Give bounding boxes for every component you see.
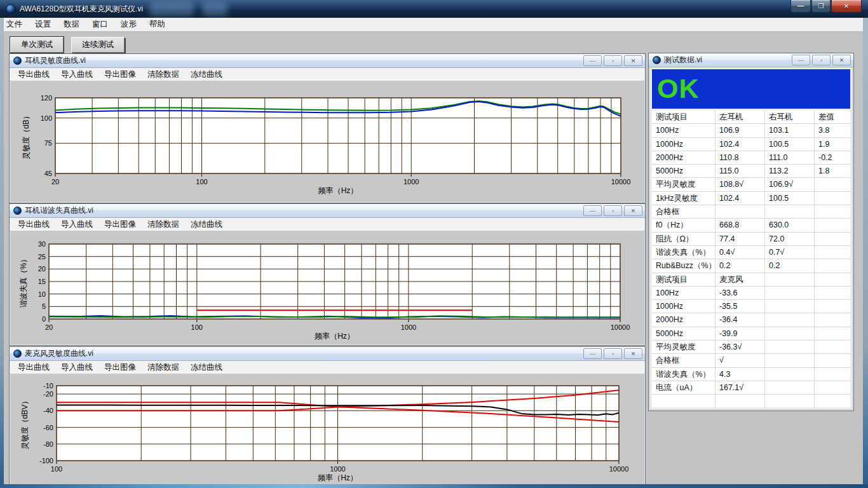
cell: [715, 395, 765, 407]
vi-titlebar[interactable]: 测试数据.vi — ▫ ✕: [649, 53, 853, 67]
minimize-button[interactable]: —: [790, 0, 811, 13]
cell: [815, 192, 850, 205]
cell: -33.6: [715, 287, 765, 299]
window-border-bottom: [0, 484, 868, 488]
continuous-test-button[interactable]: 连续测试: [71, 37, 125, 53]
chart-menu-item-4[interactable]: 冻结曲线: [185, 218, 228, 231]
cell: 阻抗（Ω）: [652, 233, 715, 245]
chart-menubar: 导出曲线导入曲线导出图像清除数据冻结曲线: [10, 68, 645, 81]
cell: [815, 300, 850, 313]
menu-item-3[interactable]: 窗口: [86, 18, 114, 31]
restore-button[interactable]: ▫: [604, 348, 622, 359]
svg-text:100: 100: [51, 465, 62, 473]
close-icon: ✕: [844, 3, 849, 10]
cell: [815, 205, 850, 218]
menu-item-0[interactable]: 文件: [0, 18, 29, 31]
cell: 1.8: [815, 165, 850, 177]
restore-button[interactable]: ▫: [604, 55, 622, 66]
chart-menu-item-3[interactable]: 清除数据: [142, 218, 185, 231]
restore-button[interactable]: ▫: [812, 55, 831, 65]
chart-menu-item-0[interactable]: 导出曲线: [12, 68, 55, 81]
headphone-distortion-chart: 20100100010000302520151050频率（Hz）谐波失真（%）: [10, 231, 644, 346]
svg-text:100: 100: [196, 178, 207, 186]
cell: [815, 313, 850, 326]
window-titlebar: AWA6128D型双耳机麦克风测试仪.vi — ❐ ✕: [0, 0, 868, 18]
test-data-body: OK 测试项目左耳机右耳机差值100Hz106.9103.13.81000Hz1…: [650, 67, 852, 409]
vi-window-title: 耳机灵敏度曲线.vi: [25, 55, 86, 66]
vi-icon: [13, 349, 22, 358]
chart-menu-item-1[interactable]: 导入曲线: [55, 361, 98, 374]
chart-menubar: 导出曲线导入曲线导出图像清除数据冻结曲线: [10, 361, 645, 374]
vi-window-title: 耳机谐波失真曲线.vi: [25, 205, 93, 216]
chart-menu-item-2[interactable]: 导出图像: [98, 218, 142, 231]
svg-text:10000: 10000: [611, 178, 631, 186]
table-row-18: 谐波失真（%）4.3: [652, 368, 850, 381]
cell: [815, 341, 850, 353]
cell: 115.0: [715, 165, 765, 177]
restore-button[interactable]: ▫: [604, 205, 622, 216]
svg-text:频率（Hz）: 频率（Hz）: [317, 473, 358, 482]
chart-menu-item-0[interactable]: 导出曲线: [12, 218, 55, 231]
close-button[interactable]: ✕: [832, 55, 851, 65]
cell: 电流（uA）: [652, 381, 715, 394]
menu-item-2[interactable]: 数据: [57, 18, 86, 31]
header-cell: 右耳机: [765, 111, 815, 123]
chart-menu-item-4[interactable]: 冻结曲线: [185, 68, 228, 81]
menu-item-4[interactable]: 波形: [114, 18, 143, 31]
close-button[interactable]: ✕: [624, 348, 642, 359]
vi-titlebar[interactable]: 耳机灵敏度曲线.vi — ▫ ✕: [10, 54, 645, 68]
cell: 72.0: [765, 233, 815, 245]
cell: 0.7√: [765, 246, 815, 259]
minimize-button[interactable]: —: [583, 55, 602, 66]
cell: [765, 313, 815, 326]
vi-titlebar[interactable]: 麦克风灵敏度曲线.vi — ▫ ✕: [10, 347, 645, 361]
table-row-8: 阻抗（Ω）77.472.0: [652, 233, 850, 246]
cell: 1000Hz: [652, 300, 715, 313]
single-test-button[interactable]: 单次测试: [10, 37, 64, 53]
cell: 平均灵敏度: [652, 178, 715, 191]
table-row-19: 电流（uA）167.1√: [652, 381, 850, 395]
chart-menu-item-1[interactable]: 导入曲线: [55, 218, 98, 231]
chart-menu-item-3[interactable]: 清除数据: [142, 68, 185, 81]
svg-text:20: 20: [38, 265, 46, 273]
table-row-2: 2000Hz110.8111.0-0.2: [652, 151, 850, 165]
cell: [815, 395, 850, 407]
cell: 5000Hz: [652, 327, 715, 340]
chart-menu-item-1[interactable]: 导入曲线: [55, 68, 98, 81]
minimize-button[interactable]: —: [792, 55, 810, 65]
chart-menu-item-0[interactable]: 导出曲线: [12, 361, 55, 374]
table-row-11: 测试项目麦克风: [652, 273, 850, 287]
chart-menu-item-3[interactable]: 清除数据: [142, 361, 185, 374]
chart-menu-item-2[interactable]: 导出图像: [98, 361, 142, 374]
headphone-sensitivity-window: 耳机灵敏度曲线.vi — ▫ ✕ 导出曲线导入曲线导出图像清除数据冻结曲线 20…: [9, 53, 646, 203]
cell: 测试项目: [652, 273, 715, 286]
menu-item-5[interactable]: 帮助: [143, 18, 172, 31]
svg-text:-10: -10: [43, 382, 53, 390]
close-button[interactable]: ✕: [624, 55, 642, 66]
cell: [765, 273, 815, 286]
svg-text:120: 120: [41, 94, 52, 102]
test-data-window: 测试数据.vi — ▫ ✕ OK 测试项目左耳机右耳机差值100Hz106.91…: [648, 53, 854, 411]
minimize-button[interactable]: —: [583, 348, 602, 359]
svg-text:20: 20: [45, 323, 53, 331]
cell: 668.8: [715, 219, 765, 231]
menu-item-1[interactable]: 设置: [29, 18, 57, 31]
cell: 77.4: [715, 233, 765, 245]
app-icon: [6, 4, 16, 14]
cell: 合格框: [652, 205, 715, 218]
cell: Rub&Buzz（%）: [652, 259, 715, 272]
restore-button[interactable]: ❐: [811, 0, 831, 13]
close-icon: ✕: [631, 58, 636, 64]
chart-menu-item-2[interactable]: 导出图像: [98, 68, 142, 81]
chart-menu-item-4[interactable]: 冻结曲线: [185, 361, 228, 374]
table-row-10: Rub&Buzz（%）0.20.2: [652, 259, 850, 273]
cell: 100.5: [765, 138, 815, 151]
cell: [765, 381, 815, 394]
close-icon: ✕: [631, 208, 636, 214]
window-title: AWA6128D型双耳机麦克风测试仪.vi: [20, 4, 143, 15]
minimize-button[interactable]: —: [583, 205, 602, 216]
vi-titlebar[interactable]: 耳机谐波失真曲线.vi — ▫ ✕: [10, 204, 645, 218]
close-button[interactable]: ✕: [831, 0, 862, 13]
close-button[interactable]: ✕: [624, 205, 642, 216]
table-row-14: 2000Hz-36.4: [652, 313, 850, 327]
